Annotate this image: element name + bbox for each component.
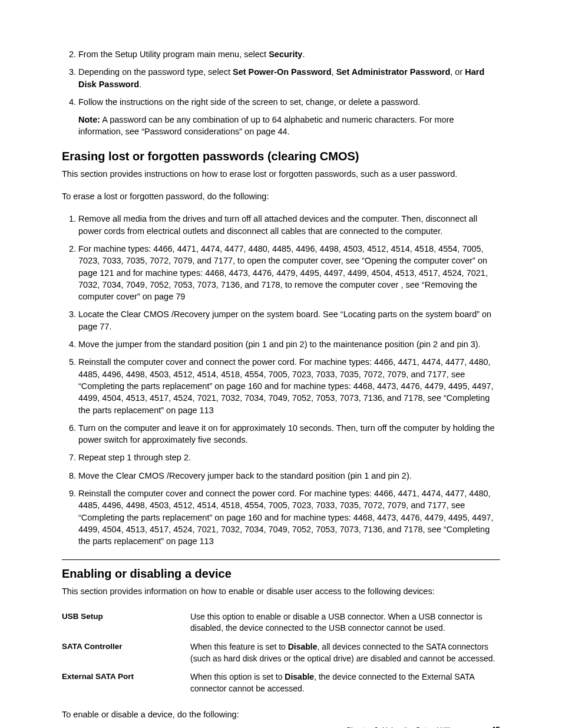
section-intro: To erase a lost or forgotten password, d…: [62, 190, 500, 202]
table-row: External SATA Port When this option is s…: [62, 668, 500, 698]
document-page: From the Setup Utility program main menu…: [0, 0, 562, 728]
table-row: USB Setup Use this option to enable or d…: [62, 608, 500, 638]
step-text: Depending on the password type, select: [78, 67, 233, 77]
step-text: .: [302, 50, 305, 59]
device-desc: Use this option to enable or disable a U…: [190, 608, 500, 638]
section-heading-erasing: Erasing lost or forgotten passwords (cle…: [62, 150, 500, 163]
section-divider: [62, 559, 500, 560]
list-item: Reinstall the computer cover and connect…: [78, 356, 500, 416]
section-heading-enabling: Enabling or disabling a device: [62, 567, 500, 581]
table-row: SATA Controller When this feature is set…: [62, 638, 500, 668]
step-text: From the Setup Utility program main menu…: [78, 50, 269, 59]
step-text: , or: [450, 67, 465, 77]
erase-steps-list: Remove all media from the drives and tur…: [62, 213, 500, 547]
list-item: Remove all media from the drives and tur…: [78, 213, 500, 237]
step-text: ,: [332, 67, 336, 77]
device-label: USB Setup: [62, 608, 190, 638]
section-intro: This section provides information on how…: [62, 585, 500, 597]
device-desc: When this option is set to Disable, the …: [190, 668, 500, 698]
device-label: SATA Controller: [62, 638, 190, 668]
bold-term: Set Administrator Password: [336, 67, 451, 77]
list-item: From the Setup Utility program main menu…: [78, 48, 500, 60]
device-table: USB Setup Use this option to enable or d…: [62, 608, 500, 699]
bold-term: Disable: [285, 672, 314, 681]
list-item: Follow the instructions on the right sid…: [78, 96, 500, 138]
list-item: Move the Clear CMOS /Recovery jumper bac…: [78, 470, 500, 482]
device-label: External SATA Port: [62, 668, 190, 698]
footer-page-number: 45: [491, 725, 500, 728]
page-footer: Chapter 6. Using the Setup Utility progr…: [346, 725, 500, 728]
list-item: Turn on the computer and leave it on for…: [78, 422, 500, 446]
list-item: Reinstall the computer cover and connect…: [78, 487, 500, 547]
section-outro: To enable or disable a device, do the fo…: [62, 709, 500, 720]
bold-term: Disable: [288, 642, 318, 651]
note-label: Note:: [78, 115, 100, 124]
note-block: Note: A password can be any combination …: [78, 114, 500, 138]
password-steps-list: From the Setup Utility program main menu…: [62, 48, 500, 138]
note-text: A password can be any combination of up …: [78, 115, 454, 136]
device-desc-text: When this feature is set to: [190, 642, 288, 651]
step-text: .: [139, 80, 141, 89]
list-item: Repeat step 1 through step 2.: [78, 452, 500, 463]
footer-chapter: Chapter 6. Using the Setup Utility progr…: [346, 726, 484, 728]
device-desc-text: When this option is set to: [190, 672, 285, 681]
device-desc-text: Use this option to enable or disable a U…: [190, 612, 482, 633]
bold-term: Security: [269, 50, 302, 59]
list-item: Locate the Clear CMOS /Recovery jumper o…: [78, 308, 500, 332]
list-item: For machine types: 4466, 4471, 4474, 447…: [78, 243, 500, 302]
list-item: Depending on the password type, select S…: [78, 66, 500, 90]
list-item: Move the jumper from the standard positi…: [78, 338, 500, 350]
step-text: Follow the instructions on the right sid…: [78, 97, 420, 107]
bold-term: Set Power-On Password: [233, 67, 332, 77]
device-desc: When this feature is set to Disable, all…: [190, 638, 500, 668]
section-intro: This section provides instructions on ho…: [62, 168, 500, 180]
